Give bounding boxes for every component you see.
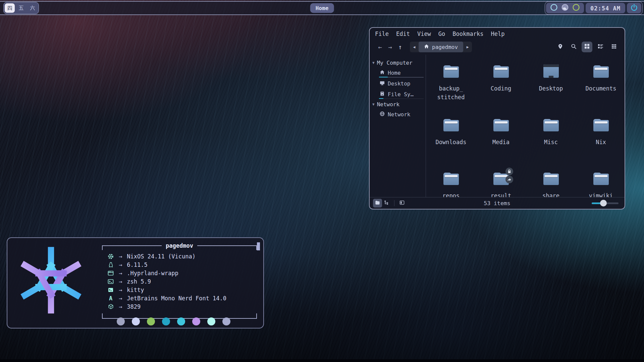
circle-half-indicator-icon[interactable]	[561, 4, 569, 13]
terminal-app-icon	[107, 287, 115, 293]
folder-icon	[492, 171, 510, 186]
show-places-button[interactable]	[373, 199, 382, 207]
palette-dot	[147, 317, 155, 325]
palette-dot	[162, 317, 170, 325]
workspace-switcher: 四 五 六	[3, 2, 39, 14]
sidebar-item-home[interactable]: Home	[370, 67, 426, 78]
folder-item-nix[interactable]: Nix	[576, 117, 624, 171]
compact-grid-icon	[611, 44, 616, 50]
palette-dot	[207, 317, 215, 325]
folder-item-desktop[interactable]: Desktop	[526, 63, 576, 117]
folder-label: Misc	[544, 138, 558, 146]
folder-item-coding[interactable]: Coding	[476, 63, 526, 117]
folder-icon	[592, 171, 610, 186]
show-tree-button[interactable]	[382, 199, 391, 207]
search-button[interactable]	[568, 42, 579, 52]
folder-icon	[592, 117, 610, 132]
folder-label: Documents	[585, 84, 616, 93]
menu-help[interactable]: Help	[491, 31, 504, 37]
toolbar: ← → ↑ ◀ pagedmov ▶	[370, 39, 625, 55]
view-icons-button[interactable]	[582, 42, 592, 52]
folder-label: share	[542, 191, 559, 197]
power-icon	[630, 4, 638, 13]
path-tab-pagedmov[interactable]: pagedmov	[419, 42, 463, 52]
workspace-item-1[interactable]: 四	[5, 3, 15, 13]
menu-bar: File Edit View Go Bookmarks Help	[370, 28, 625, 39]
back-button[interactable]: ←	[375, 43, 385, 51]
sidebar-section-my-computer[interactable]: ▼ My Computer	[370, 58, 426, 67]
up-button[interactable]: ↑	[395, 43, 405, 51]
terminal-window: pagedmov → NixOS 24.11 (Vicuna) → 6.11.5	[7, 237, 264, 328]
active-window-title[interactable]: Home	[310, 3, 334, 13]
folder-item-downloads[interactable]: Downloads	[426, 117, 476, 171]
toggle-panel-button[interactable]	[397, 199, 407, 207]
fetch-row-terminal: → kitty	[107, 286, 257, 294]
folder-label: backup_stitched	[437, 84, 465, 102]
folder-item-media[interactable]: Media	[476, 117, 526, 171]
palette-dot	[177, 317, 185, 325]
path-tab-label: pagedmov	[432, 44, 458, 50]
shell-icon	[107, 279, 115, 285]
home-icon	[424, 44, 429, 50]
top-bar: 四 五 六 Home 02:54 AM	[0, 1, 644, 15]
penguin-icon	[107, 262, 115, 267]
font-icon: A	[107, 295, 115, 302]
workspace-item-3[interactable]: 六	[28, 3, 38, 13]
menu-edit[interactable]: Edit	[396, 31, 410, 37]
path-scroll-right-button[interactable]: ▶	[463, 45, 472, 49]
folder-grid: backup_stitched Coding Desktop Documents	[426, 55, 624, 197]
arrow-icon: →	[119, 278, 122, 285]
path-scroll-left-button[interactable]: ◀	[410, 45, 419, 49]
globe-icon	[380, 111, 385, 118]
folder-label: vimwiki	[589, 191, 613, 197]
status-tray: 02:54 AM	[545, 2, 643, 15]
arrow-icon: →	[119, 261, 122, 268]
folder-item-share[interactable]: share	[526, 171, 576, 197]
fetch-row-wm: → .Hyprland-wrapp	[107, 269, 257, 277]
symlink-emblem-icon	[505, 176, 513, 183]
forward-button[interactable]: →	[385, 43, 395, 51]
folder-item-repos[interactable]: repos	[426, 171, 476, 197]
circle-green-indicator-icon[interactable]	[572, 4, 580, 13]
folder-item-backup-stitched[interactable]: backup_stitched	[426, 63, 476, 117]
workspace-item-2[interactable]: 五	[16, 3, 26, 13]
palette-dot	[117, 317, 125, 325]
lock-emblem-icon	[505, 168, 513, 175]
clock[interactable]: 02:54 AM	[586, 3, 625, 13]
folder-item-result[interactable]: result	[476, 171, 526, 197]
home-icon	[380, 70, 385, 76]
screen-bottom-strip	[0, 359, 644, 362]
menu-bookmarks[interactable]: Bookmarks	[452, 31, 483, 37]
icon-zoom-slider[interactable]	[592, 200, 619, 206]
menu-view[interactable]: View	[417, 31, 431, 37]
folder-item-documents[interactable]: Documents	[576, 63, 624, 117]
fetch-row-shell: → zsh 5.9	[107, 277, 257, 286]
sidebar-item-label: Home	[388, 70, 401, 76]
folder-item-misc[interactable]: Misc	[526, 117, 576, 171]
arrow-icon: →	[119, 303, 122, 310]
sidebar-item-file-system[interactable]: File Sy…	[370, 89, 426, 100]
slider-thumb[interactable]	[600, 200, 607, 206]
menu-file[interactable]: File	[375, 31, 389, 37]
desktop-icon	[380, 80, 385, 87]
sidebar-item-desktop[interactable]: Desktop	[370, 78, 426, 89]
folder-item-vimwiki[interactable]: vimwiki	[576, 171, 624, 197]
view-compact-button[interactable]	[608, 42, 619, 52]
folder-pane-icon	[375, 200, 380, 206]
folder-label: Downloads	[435, 138, 466, 146]
sidebar-section-network[interactable]: ▼ Network	[370, 100, 426, 109]
window-manager-icon	[107, 270, 115, 276]
package-cube-icon	[107, 304, 115, 309]
view-list-button[interactable]	[595, 42, 606, 52]
power-button[interactable]	[627, 3, 641, 13]
circle-blue-indicator-icon[interactable]	[550, 4, 558, 13]
nixos-logo	[15, 244, 87, 316]
locations-button[interactable]	[555, 42, 566, 52]
arrow-icon: →	[119, 270, 122, 277]
arrow-icon: →	[119, 253, 122, 260]
menu-go[interactable]: Go	[438, 31, 445, 37]
palette-dot	[222, 317, 230, 325]
folder-icon	[492, 63, 510, 79]
panel-toggle-icon	[399, 200, 405, 206]
sidebar-item-network[interactable]: Network	[370, 109, 426, 120]
